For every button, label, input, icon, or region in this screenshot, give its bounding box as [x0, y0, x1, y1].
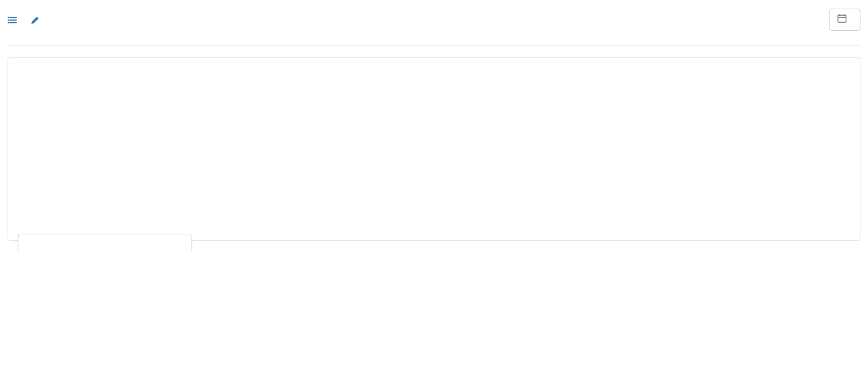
svg-point-5	[8, 22, 9, 23]
chart-tooltip	[18, 235, 192, 251]
all-projects-link[interactable]	[8, 15, 21, 25]
edit-project-link[interactable]	[30, 15, 43, 25]
chart-wrap	[18, 81, 850, 235]
calendar-icon	[837, 14, 847, 26]
page-links	[8, 15, 43, 25]
svg-point-3	[8, 16, 9, 18]
action-row	[8, 9, 860, 31]
svg-rect-6	[838, 15, 846, 22]
pencil-icon	[30, 15, 40, 25]
svg-point-4	[8, 19, 9, 21]
tabs	[8, 45, 860, 46]
list-icon	[8, 15, 17, 25]
mentions-card	[8, 57, 860, 241]
mentions-line-chart[interactable]	[18, 81, 843, 233]
date-range-picker[interactable]	[829, 9, 860, 31]
